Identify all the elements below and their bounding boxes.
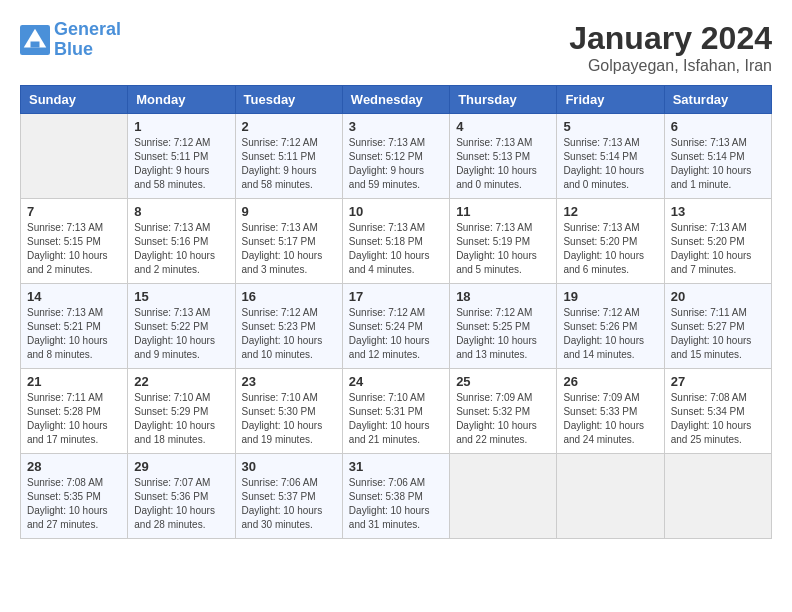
calendar-table: SundayMondayTuesdayWednesdayThursdayFrid… (20, 85, 772, 539)
day-info: Sunrise: 7:07 AM Sunset: 5:36 PM Dayligh… (134, 476, 228, 532)
day-number: 24 (349, 374, 443, 389)
day-info: Sunrise: 7:08 AM Sunset: 5:34 PM Dayligh… (671, 391, 765, 447)
day-info: Sunrise: 7:13 AM Sunset: 5:18 PM Dayligh… (349, 221, 443, 277)
day-number: 16 (242, 289, 336, 304)
calendar-body: 1Sunrise: 7:12 AM Sunset: 5:11 PM Daylig… (21, 114, 772, 539)
day-info: Sunrise: 7:13 AM Sunset: 5:17 PM Dayligh… (242, 221, 336, 277)
logo-line1: General (54, 19, 121, 39)
day-number: 7 (27, 204, 121, 219)
location-subtitle: Golpayegan, Isfahan, Iran (569, 57, 772, 75)
day-number: 1 (134, 119, 228, 134)
header-cell-wednesday: Wednesday (342, 86, 449, 114)
header-cell-tuesday: Tuesday (235, 86, 342, 114)
header-row: SundayMondayTuesdayWednesdayThursdayFrid… (21, 86, 772, 114)
day-number: 17 (349, 289, 443, 304)
day-cell: 18Sunrise: 7:12 AM Sunset: 5:25 PM Dayli… (450, 284, 557, 369)
day-cell: 8Sunrise: 7:13 AM Sunset: 5:16 PM Daylig… (128, 199, 235, 284)
day-cell: 11Sunrise: 7:13 AM Sunset: 5:19 PM Dayli… (450, 199, 557, 284)
day-number: 27 (671, 374, 765, 389)
day-cell: 12Sunrise: 7:13 AM Sunset: 5:20 PM Dayli… (557, 199, 664, 284)
day-cell: 3Sunrise: 7:13 AM Sunset: 5:12 PM Daylig… (342, 114, 449, 199)
day-cell: 9Sunrise: 7:13 AM Sunset: 5:17 PM Daylig… (235, 199, 342, 284)
day-number: 18 (456, 289, 550, 304)
day-info: Sunrise: 7:13 AM Sunset: 5:15 PM Dayligh… (27, 221, 121, 277)
day-cell: 14Sunrise: 7:13 AM Sunset: 5:21 PM Dayli… (21, 284, 128, 369)
header-cell-friday: Friday (557, 86, 664, 114)
day-info: Sunrise: 7:12 AM Sunset: 5:25 PM Dayligh… (456, 306, 550, 362)
day-cell: 10Sunrise: 7:13 AM Sunset: 5:18 PM Dayli… (342, 199, 449, 284)
day-info: Sunrise: 7:06 AM Sunset: 5:38 PM Dayligh… (349, 476, 443, 532)
day-number: 19 (563, 289, 657, 304)
day-cell: 13Sunrise: 7:13 AM Sunset: 5:20 PM Dayli… (664, 199, 771, 284)
week-row-4: 21Sunrise: 7:11 AM Sunset: 5:28 PM Dayli… (21, 369, 772, 454)
day-info: Sunrise: 7:10 AM Sunset: 5:30 PM Dayligh… (242, 391, 336, 447)
logo-line2: Blue (54, 39, 93, 59)
day-info: Sunrise: 7:12 AM Sunset: 5:24 PM Dayligh… (349, 306, 443, 362)
day-info: Sunrise: 7:13 AM Sunset: 5:16 PM Dayligh… (134, 221, 228, 277)
week-row-3: 14Sunrise: 7:13 AM Sunset: 5:21 PM Dayli… (21, 284, 772, 369)
day-cell: 29Sunrise: 7:07 AM Sunset: 5:36 PM Dayli… (128, 454, 235, 539)
day-info: Sunrise: 7:13 AM Sunset: 5:13 PM Dayligh… (456, 136, 550, 192)
day-cell: 16Sunrise: 7:12 AM Sunset: 5:23 PM Dayli… (235, 284, 342, 369)
week-row-5: 28Sunrise: 7:08 AM Sunset: 5:35 PM Dayli… (21, 454, 772, 539)
day-number: 10 (349, 204, 443, 219)
day-cell: 25Sunrise: 7:09 AM Sunset: 5:32 PM Dayli… (450, 369, 557, 454)
day-cell: 19Sunrise: 7:12 AM Sunset: 5:26 PM Dayli… (557, 284, 664, 369)
day-info: Sunrise: 7:13 AM Sunset: 5:14 PM Dayligh… (671, 136, 765, 192)
day-cell: 15Sunrise: 7:13 AM Sunset: 5:22 PM Dayli… (128, 284, 235, 369)
day-info: Sunrise: 7:12 AM Sunset: 5:23 PM Dayligh… (242, 306, 336, 362)
day-number: 30 (242, 459, 336, 474)
day-info: Sunrise: 7:13 AM Sunset: 5:20 PM Dayligh… (671, 221, 765, 277)
day-number: 14 (27, 289, 121, 304)
day-number: 6 (671, 119, 765, 134)
header-cell-sunday: Sunday (21, 86, 128, 114)
day-info: Sunrise: 7:11 AM Sunset: 5:28 PM Dayligh… (27, 391, 121, 447)
day-cell (450, 454, 557, 539)
day-cell (557, 454, 664, 539)
day-info: Sunrise: 7:10 AM Sunset: 5:31 PM Dayligh… (349, 391, 443, 447)
day-cell: 5Sunrise: 7:13 AM Sunset: 5:14 PM Daylig… (557, 114, 664, 199)
day-info: Sunrise: 7:13 AM Sunset: 5:19 PM Dayligh… (456, 221, 550, 277)
day-cell: 7Sunrise: 7:13 AM Sunset: 5:15 PM Daylig… (21, 199, 128, 284)
day-cell: 31Sunrise: 7:06 AM Sunset: 5:38 PM Dayli… (342, 454, 449, 539)
day-info: Sunrise: 7:11 AM Sunset: 5:27 PM Dayligh… (671, 306, 765, 362)
calendar-header: SundayMondayTuesdayWednesdayThursdayFrid… (21, 86, 772, 114)
day-cell: 1Sunrise: 7:12 AM Sunset: 5:11 PM Daylig… (128, 114, 235, 199)
day-number: 20 (671, 289, 765, 304)
header-cell-monday: Monday (128, 86, 235, 114)
day-cell: 4Sunrise: 7:13 AM Sunset: 5:13 PM Daylig… (450, 114, 557, 199)
day-info: Sunrise: 7:12 AM Sunset: 5:11 PM Dayligh… (242, 136, 336, 192)
day-cell (664, 454, 771, 539)
day-number: 2 (242, 119, 336, 134)
day-number: 9 (242, 204, 336, 219)
day-info: Sunrise: 7:08 AM Sunset: 5:35 PM Dayligh… (27, 476, 121, 532)
day-cell: 24Sunrise: 7:10 AM Sunset: 5:31 PM Dayli… (342, 369, 449, 454)
day-cell: 22Sunrise: 7:10 AM Sunset: 5:29 PM Dayli… (128, 369, 235, 454)
month-title: January 2024 (569, 20, 772, 57)
day-cell: 21Sunrise: 7:11 AM Sunset: 5:28 PM Dayli… (21, 369, 128, 454)
day-cell: 17Sunrise: 7:12 AM Sunset: 5:24 PM Dayli… (342, 284, 449, 369)
week-row-2: 7Sunrise: 7:13 AM Sunset: 5:15 PM Daylig… (21, 199, 772, 284)
day-info: Sunrise: 7:13 AM Sunset: 5:14 PM Dayligh… (563, 136, 657, 192)
logo-text: General Blue (54, 20, 121, 60)
day-number: 15 (134, 289, 228, 304)
day-number: 25 (456, 374, 550, 389)
day-cell: 26Sunrise: 7:09 AM Sunset: 5:33 PM Dayli… (557, 369, 664, 454)
day-info: Sunrise: 7:10 AM Sunset: 5:29 PM Dayligh… (134, 391, 228, 447)
day-number: 26 (563, 374, 657, 389)
day-cell: 30Sunrise: 7:06 AM Sunset: 5:37 PM Dayli… (235, 454, 342, 539)
week-row-1: 1Sunrise: 7:12 AM Sunset: 5:11 PM Daylig… (21, 114, 772, 199)
page-header: General Blue January 2024 Golpayegan, Is… (20, 20, 772, 75)
day-cell (21, 114, 128, 199)
day-info: Sunrise: 7:13 AM Sunset: 5:22 PM Dayligh… (134, 306, 228, 362)
day-number: 3 (349, 119, 443, 134)
day-info: Sunrise: 7:13 AM Sunset: 5:21 PM Dayligh… (27, 306, 121, 362)
day-cell: 28Sunrise: 7:08 AM Sunset: 5:35 PM Dayli… (21, 454, 128, 539)
day-info: Sunrise: 7:12 AM Sunset: 5:11 PM Dayligh… (134, 136, 228, 192)
title-block: January 2024 Golpayegan, Isfahan, Iran (569, 20, 772, 75)
day-cell: 27Sunrise: 7:08 AM Sunset: 5:34 PM Dayli… (664, 369, 771, 454)
day-number: 22 (134, 374, 228, 389)
day-number: 4 (456, 119, 550, 134)
logo-icon (20, 25, 50, 55)
day-info: Sunrise: 7:13 AM Sunset: 5:12 PM Dayligh… (349, 136, 443, 192)
